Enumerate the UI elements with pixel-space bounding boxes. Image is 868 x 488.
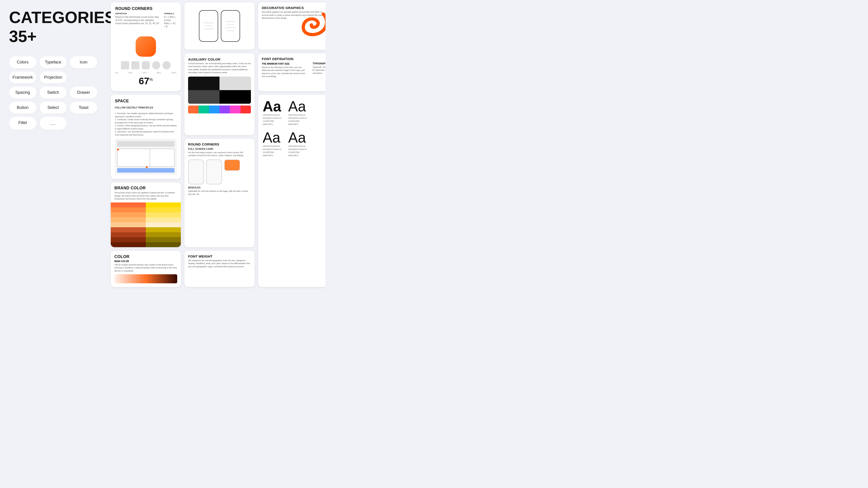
- color-bottom-sub: MAIN COLOR: [114, 260, 177, 263]
- card-decorative: DECORATIVE GRAPHICS Decorative graphics …: [258, 2, 326, 50]
- category-pill-fillet[interactable]: Fillet: [9, 117, 36, 130]
- brand-color-title: BRAND COLOR: [114, 186, 177, 191]
- auxiliary-title: AUXILIARY COLOR: [188, 57, 251, 61]
- brand-color-desc: The primary brand colors are applied to …: [114, 191, 177, 201]
- swatch-o3: [111, 213, 146, 217]
- categories-title: CATEGORIES: [9, 9, 97, 26]
- round2-desc: For the most large screens, use maximum …: [188, 151, 251, 157]
- category-grid: Colors Typeface Icon Framework Projectio…: [9, 56, 97, 130]
- space-subtitle: FOLLOW GESTALT PRINCIPLES: [115, 106, 177, 109]
- percent-suffix: %: [149, 77, 153, 82]
- category-pill-more[interactable]: ...: [39, 117, 67, 130]
- swatch-y3: [146, 213, 181, 217]
- percent-value: 67: [139, 76, 149, 86]
- page-layout: CATEGORIES 35+ Colors Typeface Icon Fram…: [0, 0, 326, 289]
- swatch-y2: [146, 207, 181, 213]
- aux-dark: [188, 90, 219, 104]
- scale-3: 80%: [157, 72, 161, 74]
- round2-subtitle2: MODULES: [188, 186, 251, 189]
- category-pill-spacing[interactable]: Spacing: [9, 87, 36, 98]
- font-def-title: FONT DEFINATION: [262, 57, 306, 61]
- percent-display: 67%: [139, 76, 153, 87]
- category-pill-projection[interactable]: Projection: [39, 71, 67, 84]
- phone-line: [204, 22, 214, 24]
- category-pill-typeface[interactable]: Typeface: [39, 56, 67, 68]
- swatch-y9: [146, 242, 181, 247]
- phone-line-3: [225, 21, 236, 22]
- round2-title: ROUND CORNERS: [188, 142, 251, 146]
- round2-desc2: Applicable for most list sections on the…: [188, 190, 251, 196]
- scale-0: 0%: [115, 72, 118, 74]
- phone-mock-1: [199, 10, 218, 42]
- card-color-bottom: COLOR MAIN COLOR Add an orange-centered …: [111, 251, 181, 287]
- chars-medium: ABCDEFGHIJKLMNOPQRSTUVWXYZ12345678900&$%…: [288, 113, 307, 126]
- font-def-sub2: TYPOGRAPHY SCALE: [313, 62, 326, 65]
- swatch-o5: [111, 222, 146, 227]
- space-title: SPACE: [115, 99, 177, 103]
- definition-text: Based on the benchmark round corner rati…: [115, 15, 160, 25]
- chars-bold: ABCDEFGHIJKLMNOPQRSTUVWXYZ12345678900&$%…: [263, 113, 281, 126]
- category-pill-switch[interactable]: Switch: [39, 87, 67, 98]
- card-font-weight: FONT WEIGHT We categorize the overall ty…: [184, 251, 254, 287]
- color-bottom-desc: Add an orange-centered primary color sys…: [114, 263, 177, 273]
- font-weight-row-2: Aa ABCDEFGHIJKLMNOPQRSTUVWXYZ12345678900…: [263, 130, 326, 157]
- aa-bold: Aa: [263, 99, 281, 113]
- swatch-o6: [111, 227, 146, 232]
- main-content: ROUND CORNERS DEFINITION Based on the be…: [106, 0, 326, 289]
- swatch-o9: [111, 242, 146, 247]
- swatch-y8: [146, 237, 181, 242]
- space-principles: 1. Proximity: Use smaller spacing for re…: [115, 112, 177, 136]
- corner-shape-0: [121, 61, 129, 69]
- font-sample-bold: Aa ABCDEFGHIJKLMNOPQRSTUVWXYZ12345678900…: [263, 99, 281, 126]
- corner-shapes: [121, 61, 170, 69]
- aa-thin: Aa: [288, 130, 307, 145]
- font-sample-thin: Aa ABCDEFGHIJKLMNOPQRSTUVWXYZ12345678900…: [288, 130, 307, 157]
- scale-4: 100%: [171, 72, 176, 74]
- brand-color-header: BRAND COLOR The primary brand colors are…: [111, 183, 181, 202]
- card-font-samples: Aa ABCDEFGHIJKLMNOPQRSTUVWXYZ12345678900…: [258, 95, 326, 287]
- card-round-corners: ROUND CORNERS DEFINITION Based on the be…: [111, 2, 181, 91]
- phone-line-sm: [205, 25, 212, 26]
- swatch-y4: [146, 217, 181, 222]
- category-pill-select[interactable]: Select: [39, 102, 67, 113]
- category-pill-drawer[interactable]: Drawer: [70, 87, 97, 98]
- swatch-y6: [146, 227, 181, 232]
- round2-subtitle: FULL SCREEN CARD: [188, 148, 251, 150]
- aa-medium: Aa: [288, 99, 307, 113]
- font-weight-desc: We categorize the overall typographic sc…: [188, 259, 251, 268]
- aux-c-blue: [209, 105, 219, 113]
- phone-line-2: [204, 28, 214, 30]
- swatch-o8: [111, 237, 146, 242]
- corner-shape-4: [162, 61, 170, 69]
- aux-c-green: [198, 105, 209, 113]
- font-sample-medium: Aa ABCDEFGHIJKLMNOPQRSTUVWXYZ12345678900…: [288, 99, 307, 126]
- aux-darkest: [219, 90, 251, 104]
- card-brand-color: BRAND COLOR The primary brand colors are…: [111, 183, 181, 247]
- card-phones-top: [184, 2, 254, 50]
- color-swatches: [111, 202, 181, 247]
- corner-shape-3: [152, 61, 160, 69]
- aa-light: Aa: [263, 130, 281, 145]
- chars-light: ABCDEFGHIJKLMNOPQRSTUVWXYZ12345678900&$%…: [263, 145, 281, 157]
- aux-white: [219, 76, 251, 90]
- category-pill-button[interactable]: Button: [9, 102, 36, 113]
- orange-swirl-container: [292, 7, 326, 43]
- scale-1: 30%: [128, 72, 132, 74]
- phone-small-1: [188, 160, 204, 184]
- category-pill-colors[interactable]: Colors: [9, 56, 36, 68]
- swatch-o4: [111, 217, 146, 222]
- aux-c-pink: [230, 105, 240, 113]
- space-visual: [115, 139, 177, 175]
- aux-c-orange: [188, 105, 198, 113]
- orange-squircle: [135, 36, 156, 57]
- color-bottom-title: COLOR: [114, 254, 177, 259]
- swatch-o2: [111, 207, 146, 213]
- font-weight-title: FONT WEIGHT: [188, 254, 251, 258]
- category-pill-framework[interactable]: Framework: [9, 71, 36, 84]
- font-weight-row: Aa ABCDEFGHIJKLMNOPQRSTUVWXYZ12345678900…: [263, 99, 326, 126]
- font-sample-light: Aa ABCDEFGHIJKLMNOPQRSTUVWXYZ12345678900…: [263, 130, 281, 157]
- category-pill-toast[interactable]: Toast: [70, 102, 97, 113]
- category-pill-icon[interactable]: Icon: [70, 56, 97, 68]
- categories-count: 35+: [9, 28, 97, 45]
- font-def-left: FONT DEFINATION THE MINIMUM FONT SIZE Ba…: [262, 57, 306, 78]
